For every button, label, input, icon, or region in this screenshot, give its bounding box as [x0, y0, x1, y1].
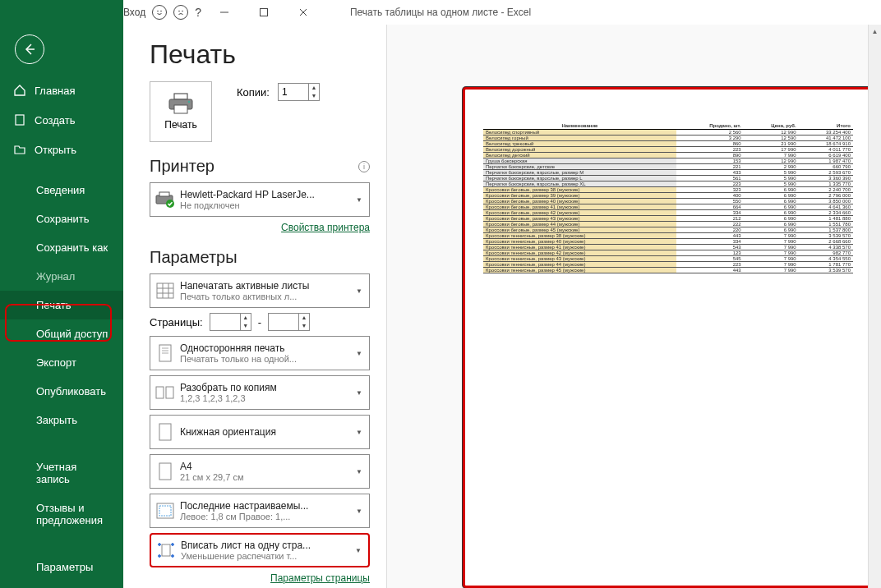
print-button[interactable]: Печать: [150, 81, 212, 142]
open-icon: [13, 143, 26, 156]
svg-rect-27: [159, 424, 171, 440]
sidebar-item-14[interactable]: Параметры: [0, 553, 123, 581]
pages-label: Страницы:: [150, 316, 203, 328]
sidebar-item-label: Создать: [35, 114, 75, 126]
pages-separator: -: [258, 316, 261, 328]
chevron-down-icon: ▼: [356, 389, 369, 397]
page-setup-link[interactable]: Параметры страницы: [150, 572, 370, 584]
sidebar-item-8[interactable]: Общий доступ: [0, 319, 123, 348]
sidebar-item-label: Учетная запись: [36, 461, 110, 485]
arrow-left-icon: [23, 43, 36, 56]
sides-dropdown[interactable]: Односторонняя печатьПечатать только на о…: [150, 336, 370, 370]
svg-point-4: [182, 11, 183, 12]
chevron-down-icon: ▼: [356, 508, 369, 515]
chevron-down-icon: ▼: [356, 350, 369, 357]
chevron-down-icon: ▼: [356, 429, 369, 436]
printer-dropdown[interactable]: Hewlett-Packard HP LaserJe... Не подключ…: [150, 182, 370, 217]
chevron-down-icon: ▼: [356, 468, 369, 475]
svg-rect-16: [157, 283, 173, 298]
sidebar-item-label: Сохранить как: [36, 241, 108, 254]
printer-name: Hewlett-Packard HP LaserJe...: [180, 189, 356, 200]
printer-properties-link[interactable]: Свойства принтера: [150, 222, 370, 233]
print-button-label: Печать: [164, 119, 196, 131]
svg-rect-28: [159, 463, 171, 480]
page-title: Печать: [150, 39, 370, 70]
sidebar-item-13[interactable]: Отзывы и предложения: [0, 494, 123, 535]
sidebar-item-0[interactable]: Главная: [0, 76, 123, 105]
face-sad-icon[interactable]: [173, 5, 188, 20]
scaling-dropdown[interactable]: Вписать лист на одну стра...Уменьшение р…: [150, 533, 370, 567]
chevron-down-icon: ▼: [355, 547, 368, 554]
printer-icon: [167, 93, 195, 114]
sidebar-item-1[interactable]: Создать: [0, 105, 123, 135]
face-happy-icon[interactable]: [152, 5, 167, 20]
sidebar-item-10[interactable]: Опубликовать: [0, 377, 123, 406]
vertical-scrollbar[interactable]: ▲: [868, 25, 881, 588]
spinner-down-icon[interactable]: ▼: [309, 92, 319, 100]
sidebar-item-4[interactable]: Сохранить: [0, 204, 123, 233]
single-side-icon: [156, 343, 174, 363]
print-sheets-dropdown[interactable]: Напечатать активные листыПечать только а…: [150, 273, 370, 308]
pages-from-input[interactable]: [210, 314, 240, 330]
sheets-icon: [155, 282, 175, 300]
sidebar-item-3[interactable]: Сведения: [0, 176, 123, 204]
close-button[interactable]: [287, 1, 320, 24]
svg-rect-0: [16, 115, 24, 125]
collate-dropdown[interactable]: Разобрать по копиям1,2,3 1,2,3 1,2,3 ▼: [150, 375, 370, 410]
sidebar-item-6[interactable]: Журнал: [0, 262, 123, 291]
new-icon: [13, 113, 26, 126]
svg-point-2: [160, 11, 162, 12]
sidebar-item-label: Экспорт: [36, 356, 76, 369]
sidebar-item-5[interactable]: Сохранить как: [0, 233, 123, 262]
maximize-button[interactable]: [247, 1, 280, 24]
window-title: Печать таблицы на одном листе - Excel: [350, 7, 531, 18]
orientation-dropdown[interactable]: Книжная ориентация ▼: [150, 415, 370, 449]
printer-status: Не подключен: [180, 200, 356, 210]
sidebar-item-11[interactable]: Закрыть: [0, 406, 123, 434]
margins-dropdown[interactable]: Последние настраиваемы...Левое: 1,8 см П…: [150, 494, 370, 528]
chevron-down-icon: ▼: [356, 196, 369, 204]
sidebar-item-label: Открыть: [35, 144, 76, 156]
sidebar-item-2[interactable]: Открыть: [0, 135, 123, 164]
sidebar-item-label: Опубликовать: [36, 385, 106, 397]
signin-link[interactable]: Вход: [123, 7, 145, 18]
printer-status-icon: [155, 191, 176, 208]
scroll-up-icon[interactable]: ▲: [869, 25, 881, 39]
svg-point-12: [188, 101, 191, 103]
settings-section-header: Параметры: [150, 248, 238, 267]
preview-sheet: НаименованиеПродано, шт.Цена, руб.ИтогоВ…: [463, 87, 874, 588]
printer-section-header: Принтер: [150, 157, 214, 176]
sidebar-item-7[interactable]: Печать: [0, 291, 123, 319]
svg-rect-31: [162, 544, 170, 556]
sidebar-item-label: Общий доступ: [36, 328, 108, 340]
chevron-down-icon: ▼: [356, 287, 369, 295]
sidebar-item-label: Печать: [36, 299, 71, 311]
info-icon[interactable]: i: [358, 161, 370, 172]
copies-spinner[interactable]: ▲▼: [278, 83, 320, 101]
paper-dropdown[interactable]: A421 см x 29,7 см ▼: [150, 454, 370, 489]
pages-to-spinner[interactable]: ▲▼: [268, 313, 310, 331]
svg-rect-9: [174, 94, 187, 99]
backstage-sidebar: ГлавнаяСоздатьОткрытьСведенияСохранитьСо…: [0, 0, 123, 588]
sidebar-item-12[interactable]: Учетная запись: [0, 452, 123, 494]
sidebar-item-label: Отзывы и предложения: [36, 502, 110, 526]
sidebar-item-label: Главная: [35, 85, 75, 97]
sidebar-item-9[interactable]: Экспорт: [0, 348, 123, 377]
back-button[interactable]: [15, 34, 44, 64]
help-button[interactable]: ?: [195, 6, 201, 19]
svg-point-3: [178, 11, 180, 12]
home-icon: [13, 84, 26, 97]
svg-point-1: [157, 11, 159, 12]
preview-table: НаименованиеПродано, шт.Цена, руб.ИтогоВ…: [483, 122, 853, 273]
sidebar-item-label: Параметры: [36, 561, 93, 573]
svg-rect-6: [260, 9, 267, 16]
minimize-button[interactable]: [208, 1, 241, 24]
svg-rect-26: [166, 387, 173, 398]
svg-rect-14: [159, 192, 169, 196]
copies-input[interactable]: [279, 84, 308, 100]
content-area: Печать Печать Копии: ▲▼ Принтер: [123, 25, 881, 588]
spinner-up-icon[interactable]: ▲: [309, 84, 319, 92]
pages-to-input[interactable]: [269, 314, 298, 330]
pages-from-spinner[interactable]: ▲▼: [210, 313, 251, 331]
title-bar: Печать таблицы на одном листе - Excel Вх…: [0, 0, 881, 25]
